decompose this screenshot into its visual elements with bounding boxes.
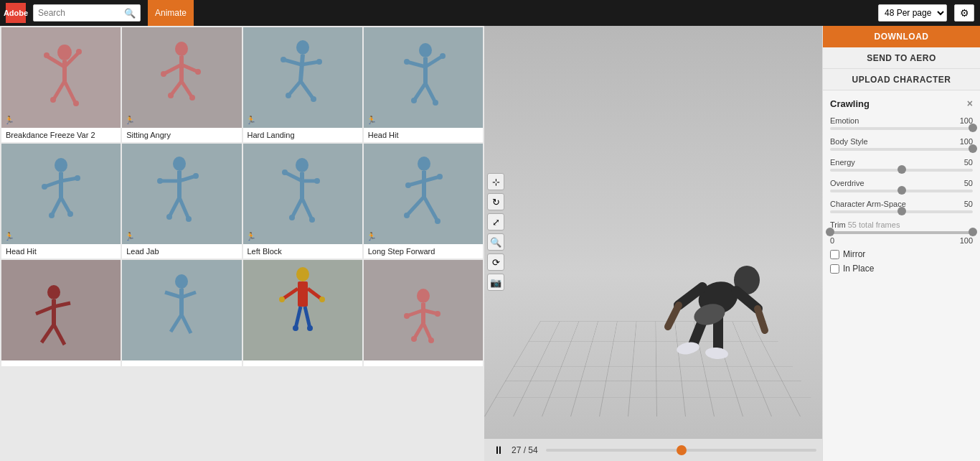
pause-button[interactable]: ⏸ [490,442,506,458]
download-button[interactable]: DOWNLOAD [823,26,980,47]
svg-line-4 [54,81,65,99]
animation-label: Lead Jab [122,244,241,259]
svg-point-9 [73,101,79,106]
send-to-aero-button[interactable]: SEND TO AERO [823,47,980,69]
per-page-select[interactable]: 12 Per page 24 Per page 48 Per page 96 P… [878,4,947,22]
list-item[interactable]: 🏃 Left Block [243,144,362,259]
viewport-panel: ⊹ ↻ ⤢ 🔍 ⟳ 📷 ⏸ 27 / 54 [484,26,822,461]
list-item[interactable] [1,260,121,366]
controls-panel: Crawling × Emotion 100 Body Style 100 [823,90,980,461]
tab-animate[interactable]: Animate [148,0,194,26]
svg-point-67 [314,178,320,184]
list-item[interactable]: 🏃 Head Hit [364,27,483,142]
svg-line-74 [407,197,424,215]
list-item[interactable]: 🏃 Sitting Angry [122,27,241,142]
svg-point-101 [307,325,313,331]
mirror-checkbox-row[interactable]: Mirror [830,249,973,259]
energy-slider-track[interactable] [830,169,973,172]
animation-label [364,360,483,366]
list-item[interactable]: 🏃 Lead Jab [122,144,241,259]
list-item[interactable]: 🏃 Long Step Forward [364,144,483,259]
animation-thumbnail: 🏃 [243,144,362,244]
svg-point-27 [316,59,322,65]
trim-track[interactable] [830,231,973,234]
character-model [625,237,768,381]
svg-line-88 [165,292,182,297]
search-bar[interactable]: 🔍 [33,4,141,22]
list-item[interactable]: 🏃 Hard Landing [243,27,362,142]
settings-button[interactable]: ⚙ [954,4,974,22]
search-input[interactable] [38,8,124,18]
close-controls-button[interactable]: × [967,98,973,109]
svg-line-97 [305,307,310,328]
in-place-checkbox[interactable] [830,264,839,274]
viewport-canvas: ⊹ ↻ ⤢ 🔍 ⟳ 📷 [484,26,822,438]
body-style-control: Body Style 100 [830,137,973,151]
pose-figure [29,151,93,237]
svg-point-10 [175,42,188,56]
list-item[interactable] [243,260,362,366]
svg-point-99 [319,297,325,302]
svg-point-19 [189,95,195,101]
upload-character-button[interactable]: UPLOAD CHARACTER [823,69,980,90]
timeline-track[interactable] [546,449,816,452]
animation-label: Breakdance Freeze Var 2 [1,128,121,142]
svg-point-110 [411,336,417,342]
reset-tool-button[interactable]: ⟳ [487,253,504,271]
scale-tool-button[interactable]: ⤢ [487,213,504,230]
trim-right-thumb[interactable] [969,228,977,236]
camera-tool-button[interactable]: 📷 [487,274,504,291]
arm-space-slider-track[interactable] [830,210,973,213]
viewport-toolbar: ⊹ ↻ ⤢ 🔍 ⟳ 📷 [487,173,504,291]
svg-point-79 [435,218,440,224]
rotate-tool-button[interactable]: ↻ [487,193,504,210]
svg-line-83 [54,303,70,307]
svg-point-109 [435,311,440,317]
animation-label: Left Block [243,244,362,259]
energy-slider-thumb[interactable] [897,165,906,174]
pose-figure [270,151,335,237]
svg-line-34 [414,83,425,101]
mirror-checkbox[interactable] [830,250,839,259]
svg-line-117 [668,305,679,327]
list-item[interactable]: 🏃 Breakdance Freeze Var 2 [1,27,121,142]
svg-point-29 [311,96,316,102]
animation-type-icon: 🏃 [246,232,256,241]
svg-point-108 [404,313,410,319]
pose-figure [29,267,93,353]
svg-point-50 [173,157,186,171]
character-svg [625,237,783,381]
list-item[interactable] [364,260,483,366]
emotion-slider-thumb[interactable] [969,124,977,132]
overdrive-slider-track[interactable] [830,190,973,192]
playbar: ⏸ 27 / 54 [484,438,822,461]
list-item[interactable]: 🏃 Head Hit [1,144,121,259]
timeline-thumb[interactable] [677,445,687,455]
svg-point-100 [293,325,298,331]
svg-point-78 [404,213,410,218]
body-style-slider-track[interactable] [830,148,973,151]
right-panel: DOWNLOAD SEND TO AERO UPLOAD CHARACTER C… [822,26,980,461]
cursor-tool-button[interactable]: ⊹ [487,173,504,190]
emotion-slider-track[interactable] [830,127,973,130]
svg-rect-93 [298,281,308,307]
animation-label [122,360,241,366]
trim-left-thumb[interactable] [826,228,834,236]
svg-point-68 [289,215,295,220]
svg-point-18 [168,93,174,98]
search-icon-button[interactable]: 🔍 [124,8,136,19]
overdrive-slider-thumb[interactable] [897,186,906,195]
animation-type-icon: 🏃 [125,232,135,241]
animation-thumbnail: 🏃 [1,27,121,128]
arm-space-slider-thumb[interactable] [897,207,906,215]
pose-figure [391,151,456,237]
animation-thumbnail [364,260,483,360]
svg-line-54 [169,197,179,217]
animation-thumbnail: 🏃 [364,144,483,244]
body-style-slider-thumb[interactable] [969,144,977,153]
list-item[interactable] [122,260,241,366]
in-place-checkbox-row[interactable]: In Place [830,264,973,274]
animation-label: Long Step Forward [364,244,483,259]
zoom-tool-button[interactable]: 🔍 [487,233,504,251]
svg-line-65 [302,198,312,220]
